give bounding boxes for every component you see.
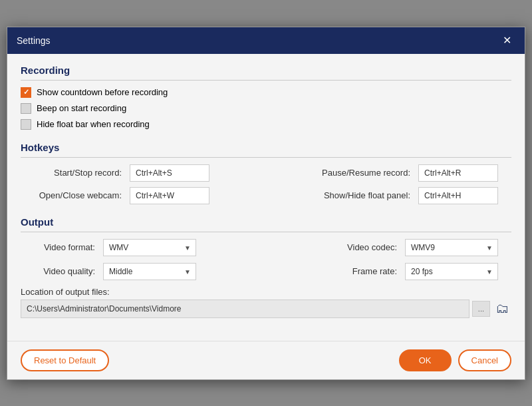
hotkey-input-pause-resume[interactable] <box>418 164 498 182</box>
hotkey-label-webcam: Open/Close webcam: <box>21 190 127 200</box>
footer: Reset to Default OK Cancel <box>7 341 525 379</box>
output-path-row: Location of output files: ... 🗂 <box>21 287 511 318</box>
frame-rate-select[interactable]: 15 fps 20 fps 30 fps 60 fps <box>405 263 498 280</box>
checkbox-row-1: Beep on start recording <box>21 103 511 114</box>
output-label-quality: Video quality: <box>21 266 100 276</box>
checkbox-beep[interactable] <box>21 103 31 114</box>
browse-folder-button[interactable]: 🗂 <box>493 300 511 317</box>
output-section: Output Video format: WMV MP4 AVI MOV ▼ V… <box>21 216 511 318</box>
recording-section: Recording Show countdown before recordin… <box>21 65 511 130</box>
output-path-input-row: ... 🗂 <box>21 300 511 318</box>
hotkey-label-float-panel: Show/Hide float panel: <box>309 190 416 200</box>
close-button[interactable]: ✕ <box>499 34 515 47</box>
hotkeys-grid: Start/Stop record: Pause/Resume record: … <box>21 164 511 204</box>
output-title: Output <box>21 216 511 232</box>
browse-button[interactable]: ... <box>472 301 490 317</box>
hotkey-label-start-stop: Start/Stop record: <box>21 168 127 178</box>
video-format-wrapper: WMV MP4 AVI MOV ▼ <box>103 239 196 256</box>
hotkey-input-float-panel[interactable] <box>418 187 498 204</box>
output-path-input[interactable] <box>21 300 469 318</box>
hotkey-input-start-stop[interactable] <box>130 164 209 182</box>
hotkeys-section: Hotkeys Start/Stop record: Pause/Resume … <box>21 142 511 204</box>
settings-dialog: Settings ✕ Recording Show countdown befo… <box>7 27 525 380</box>
hotkey-label-pause-resume: Pause/Resume record: <box>309 168 416 178</box>
checkbox-countdown[interactable] <box>21 87 31 98</box>
checkbox-row-2: Hide float bar when recording <box>21 119 511 130</box>
title-bar: Settings ✕ <box>7 27 525 54</box>
checkbox-countdown-label: Show countdown before recording <box>37 87 168 97</box>
output-label-codec: Video codec: <box>323 242 402 252</box>
cancel-button[interactable]: Cancel <box>458 349 511 371</box>
checkbox-beep-label: Beep on start recording <box>37 103 126 113</box>
frame-rate-wrapper: 15 fps 20 fps 30 fps 60 fps ▼ <box>405 263 498 280</box>
hotkey-input-webcam[interactable] <box>130 187 209 204</box>
video-codec-wrapper: WMV9 H.264 H.265 ▼ <box>405 239 498 256</box>
checkbox-floatbar-label: Hide float bar when recording <box>37 119 150 129</box>
video-quality-select[interactable]: Low Middle High <box>103 263 196 280</box>
output-label-format: Video format: <box>21 242 100 252</box>
video-codec-select[interactable]: WMV9 H.264 H.265 <box>405 239 498 256</box>
checkbox-floatbar[interactable] <box>21 119 31 130</box>
reset-to-default-button[interactable]: Reset to Default <box>21 349 109 371</box>
dialog-title: Settings <box>17 35 51 46</box>
ok-button[interactable]: OK <box>399 349 452 371</box>
footer-right-buttons: OK Cancel <box>399 349 511 371</box>
video-quality-wrapper: Low Middle High ▼ <box>103 263 196 280</box>
hotkeys-title: Hotkeys <box>21 142 511 158</box>
output-grid: Video format: WMV MP4 AVI MOV ▼ Video co… <box>21 239 511 280</box>
content-area: Recording Show countdown before recordin… <box>7 54 525 341</box>
recording-title: Recording <box>21 65 511 81</box>
output-path-label: Location of output files: <box>21 287 511 297</box>
output-label-framerate: Frame rate: <box>323 266 402 276</box>
checkbox-row-0: Show countdown before recording <box>21 87 511 98</box>
video-format-select[interactable]: WMV MP4 AVI MOV <box>103 239 196 256</box>
